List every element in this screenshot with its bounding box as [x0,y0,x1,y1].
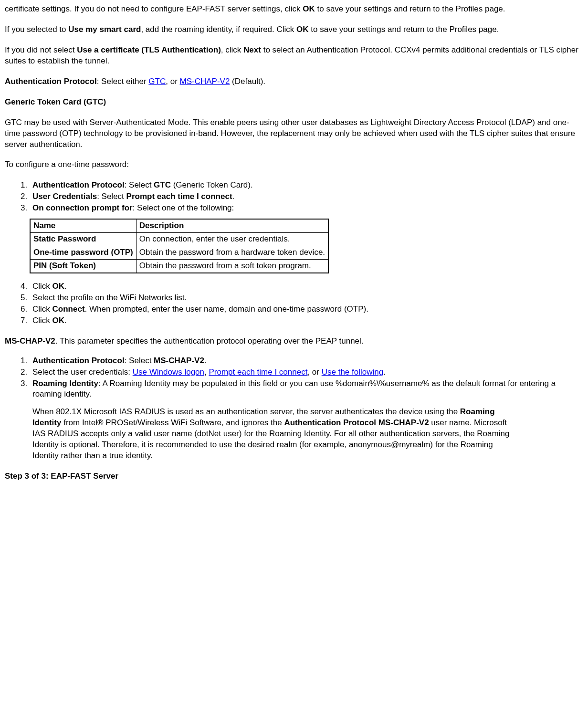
bold-use-certificate: Use a certificate (TLS Authentication) [77,45,221,54]
bold: Authentication Protocol [32,356,125,365]
text: . This parameter specifies the authentic… [55,336,364,346]
table-cell: One-time password (OTP) [30,246,136,260]
heading-step3: Step 3 of 3: EAP-FAST Server [5,471,583,482]
link-mschapv2[interactable]: MS-CHAP-V2 [180,77,230,86]
ordered-list-otp: Authentication Protocol: Select GTC (Gen… [5,180,583,214]
text: . [64,316,67,325]
text: Select the user credentials: [32,367,133,377]
text: Click [32,316,52,325]
table-cell: Obtain the password from a hardware toke… [136,246,328,260]
bold-auth-protocol: Authentication Protocol [5,77,97,86]
ordered-list-otp-cont: Click OK. Select the profile on the WiFi… [5,281,583,326]
list-item: On connection prompt for: Select one of … [30,203,583,214]
paragraph-configure-otp: To configure a one-time password: [5,159,583,170]
text: : Select either [97,77,149,86]
link-use-following[interactable]: Use the following [322,367,383,377]
link-gtc[interactable]: GTC [148,77,166,86]
text: certificate settings. If you do not need… [5,4,303,13]
text: , or [307,367,321,377]
table-wrapper: Name Description Static Password On conn… [30,219,583,273]
bold: Authentication Protocol [32,180,125,189]
list-item: Select the user credentials: Use Windows… [30,367,583,378]
bold: Roaming Identity [32,379,98,388]
text: When 802.1X Microsoft IAS RADIUS is used… [32,407,460,416]
text: to save your settings and return to the … [315,4,505,13]
bold: User Credentials [32,192,97,201]
bold: Prompt each time I connect [126,192,232,201]
table-cell: Static Password [30,233,136,246]
list-item: Click OK. [30,281,583,292]
bold-mschapv2: MS-CHAP-V2 [5,336,55,346]
text: . [232,192,235,201]
bold-next: Next [243,45,261,54]
paragraph-roaming-identity-detail: When 802.1X Microsoft IAS RADIUS is used… [32,407,510,461]
bold: GTC [154,180,171,189]
paragraph-mschapv2: MS-CHAP-V2. This parameter specifies the… [5,336,583,347]
table-cell: Obtain the password from a soft token pr… [136,260,328,273]
link-use-windows-logon[interactable]: Use Windows logon [133,367,204,377]
text: : A Roaming Identity may be populated in… [32,379,556,399]
bold: Connect [52,304,85,314]
text: . When prompted, enter the user name, do… [85,304,368,314]
table-cell: On connection, enter the user credential… [136,233,328,246]
ordered-list-mschapv2: Authentication Protocol: Select MS-CHAP-… [5,356,583,461]
text: from Intel® PROSet/Wireless WiFi Softwar… [61,418,284,427]
list-item: User Credentials: Select Prompt each tim… [30,191,583,202]
text: If you selected to [5,25,68,34]
text: If you did not select [5,45,77,54]
paragraph-auth-protocol: Authentication Protocol: Select either G… [5,76,583,87]
text: , or [166,77,179,86]
heading-gtc: Generic Token Card (GTC) [5,97,583,108]
list-item: Select the profile on the WiFi Networks … [30,293,583,304]
text: . [64,282,67,291]
paragraph-gtc-desc: GTC may be used with Server-Authenticate… [5,117,583,150]
text: , click [221,45,243,54]
bold-ok: OK [303,4,315,13]
text: to save your settings and return to the … [309,25,499,34]
text: Click [32,282,52,291]
paragraph-smart-card: If you selected to Use my smart card, ad… [5,24,583,35]
text: . [204,356,207,365]
list-item: Click OK. [30,315,583,326]
table-prompt-options: Name Description Static Password On conn… [30,219,329,273]
table-row: One-time password (OTP) Obtain the passw… [30,246,328,260]
bold: Authentication Protocol MS-CHAP-V2 [284,418,429,427]
table-row: Name Description [30,219,328,232]
text: : Select one of the following: [133,203,234,212]
paragraph-cert-settings: certificate settings. If you do not need… [5,4,583,15]
paragraph-tls-auth: If you did not select Use a certificate … [5,45,583,67]
table-header-name: Name [30,219,136,232]
text: : Select [125,356,154,365]
list-item: Roaming Identity: A Roaming Identity may… [30,378,583,462]
table-cell: PIN (Soft Token) [30,260,136,273]
bold: OK [52,316,65,325]
text: . [383,367,386,377]
bold-gtc-header: Generic Token Card (GTC) [5,97,106,106]
text: (Generic Token Card). [171,180,253,189]
text: : Select [97,192,126,201]
bold: MS-CHAP-V2 [154,356,204,365]
bold: On connection prompt for [32,203,133,212]
text: Click [32,304,52,314]
link-prompt-each-time[interactable]: Prompt each time I connect [209,367,307,377]
list-item: Authentication Protocol: Select GTC (Gen… [30,180,583,191]
table-row: PIN (Soft Token) Obtain the password fro… [30,260,328,273]
text: , add the roaming identity, if required.… [141,25,296,34]
bold-use-smart-card: Use my smart card [68,25,141,34]
table-header-description: Description [136,219,328,232]
table-row: Static Password On connection, enter the… [30,233,328,246]
text: (Default). [230,77,265,86]
bold-ok: OK [296,25,309,34]
list-item: Authentication Protocol: Select MS-CHAP-… [30,356,583,367]
text: : Select [125,180,154,189]
list-item: Click Connect. When prompted, enter the … [30,304,583,315]
bold: OK [52,282,65,291]
